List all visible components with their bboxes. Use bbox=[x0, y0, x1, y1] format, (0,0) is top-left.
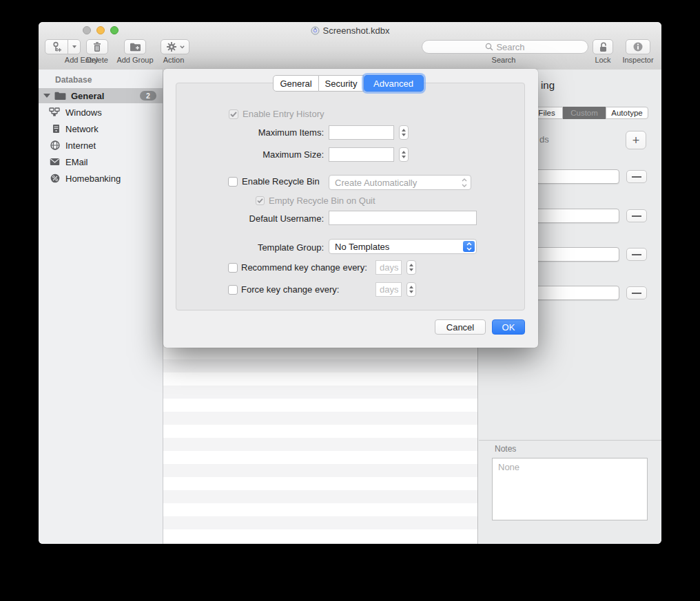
enable-entry-history-label: Enable Entry History bbox=[243, 109, 325, 119]
checkmark-icon bbox=[257, 198, 263, 203]
popup-chevrons-icon bbox=[463, 241, 475, 252]
popup-chevrons-icon bbox=[462, 176, 467, 189]
sidebar-item-internet[interactable]: Internet bbox=[39, 138, 163, 153]
plus-icon: + bbox=[632, 134, 640, 147]
checkmark-icon bbox=[230, 112, 237, 117]
template-group-popup[interactable]: No Templates bbox=[329, 239, 477, 254]
sidebar-item-label: EMail bbox=[65, 157, 88, 167]
tab-custom[interactable]: Custom bbox=[563, 107, 606, 119]
workgroup-icon bbox=[39, 107, 65, 117]
minus-icon bbox=[632, 176, 641, 178]
template-group-label: Template Group: bbox=[214, 242, 324, 253]
recommend-days-stepper[interactable] bbox=[406, 260, 416, 275]
enable-recycle-bin-label: Enable Recycle Bin bbox=[242, 176, 320, 187]
empty-recycle-bin-label: Empty Recycle Bin on Quit bbox=[269, 196, 375, 206]
tab-autotype[interactable]: Autotype bbox=[606, 107, 648, 119]
sidebar-item-email[interactable]: EMail bbox=[39, 154, 163, 169]
maximum-items-label: Maximum Items: bbox=[214, 127, 324, 138]
inspector-button[interactable] bbox=[626, 39, 650, 54]
percent-icon bbox=[39, 173, 65, 183]
delete-button[interactable] bbox=[86, 39, 108, 54]
recycle-bin-mode-popup[interactable]: Create Automatically bbox=[329, 175, 471, 190]
maximum-items-input[interactable] bbox=[329, 125, 394, 140]
lock-label: Lock bbox=[590, 56, 615, 64]
settings-tab-bar: General Security Advanced bbox=[273, 75, 424, 92]
force-key-change-checkbox[interactable] bbox=[228, 285, 238, 295]
recommend-key-change-checkbox[interactable] bbox=[228, 263, 238, 273]
globe-icon bbox=[39, 140, 65, 150]
add-group-label: Add Group bbox=[114, 56, 156, 64]
tab-general[interactable]: General bbox=[273, 75, 319, 92]
sidebar-item-label: General bbox=[71, 91, 104, 101]
remove-field-button[interactable] bbox=[626, 286, 647, 299]
add-field-button[interactable]: + bbox=[626, 131, 646, 149]
folder-icon bbox=[54, 92, 66, 101]
sidebar-item-homebanking[interactable]: Homebanking bbox=[39, 171, 163, 186]
disclosure-triangle-icon[interactable] bbox=[43, 94, 50, 98]
recommend-key-change-label: Recommend key change every: bbox=[241, 262, 367, 273]
custom-fields-label-fragment: ds bbox=[539, 134, 549, 145]
inspector-title-fragment: ing bbox=[541, 79, 555, 91]
search-placeholder: Search bbox=[496, 42, 524, 52]
lock-button[interactable] bbox=[593, 39, 613, 54]
search-input[interactable]: Search bbox=[422, 40, 588, 54]
delete-label: Delete bbox=[82, 56, 112, 64]
recommend-days-input[interactable]: days bbox=[375, 260, 402, 275]
enable-recycle-bin-checkbox[interactable] bbox=[228, 177, 238, 187]
cancel-button[interactable]: Cancel bbox=[435, 319, 486, 335]
add-group-button[interactable] bbox=[124, 39, 146, 54]
tab-advanced[interactable]: Advanced bbox=[364, 75, 424, 92]
sidebar-header: Database bbox=[55, 75, 92, 85]
trash-icon bbox=[92, 41, 102, 52]
sidebar-item-label: Internet bbox=[65, 140, 96, 151]
add-entry-button[interactable] bbox=[45, 39, 81, 54]
info-icon bbox=[632, 41, 644, 52]
default-username-input[interactable] bbox=[329, 211, 477, 225]
empty-recycle-bin-checkbox[interactable] bbox=[256, 196, 265, 205]
ok-button[interactable]: OK bbox=[492, 319, 525, 335]
entry-count-badge: 2 bbox=[140, 91, 156, 101]
divider bbox=[479, 440, 661, 441]
enable-entry-history-checkbox[interactable] bbox=[229, 109, 238, 119]
tab-security[interactable]: Security bbox=[319, 75, 364, 92]
server-icon bbox=[39, 124, 65, 134]
group-sidebar: Database General 2 bbox=[39, 70, 163, 544]
chevron-down-icon bbox=[180, 45, 185, 49]
gear-icon bbox=[166, 41, 177, 52]
remove-field-button[interactable] bbox=[626, 248, 647, 261]
maximum-size-input[interactable] bbox=[329, 147, 394, 162]
maximum-items-stepper[interactable] bbox=[399, 125, 409, 140]
document-proxy-icon bbox=[311, 26, 320, 35]
action-button[interactable] bbox=[161, 39, 189, 54]
force-key-change-label: Force key change every: bbox=[241, 284, 339, 295]
envelope-icon bbox=[39, 158, 65, 166]
screenshot-stage: Screenshot.kdbx Ad bbox=[0, 0, 700, 601]
inspector-label: Inspector bbox=[617, 56, 659, 64]
sidebar-item-label: Network bbox=[65, 124, 99, 134]
search-icon bbox=[485, 43, 493, 51]
titlebar-toolbar: Screenshot.kdbx Ad bbox=[39, 22, 661, 70]
folder-plus-icon bbox=[130, 42, 141, 52]
minus-icon bbox=[632, 254, 641, 255]
notes-placeholder: None bbox=[498, 462, 519, 472]
key-plus-icon bbox=[45, 41, 68, 52]
remove-field-button[interactable] bbox=[626, 209, 647, 222]
action-label: Action bbox=[158, 56, 189, 64]
chevron-down-icon bbox=[72, 45, 76, 48]
force-days-input[interactable]: days bbox=[375, 282, 402, 297]
unlocked-padlock-icon bbox=[598, 41, 608, 52]
database-settings-dialog: General Security Advanced Enable Entry H… bbox=[163, 69, 538, 348]
sidebar-item-windows[interactable]: Windows bbox=[39, 105, 163, 120]
minus-icon bbox=[632, 215, 641, 217]
add-entry-dropdown[interactable] bbox=[68, 40, 80, 54]
sidebar-item-label: Homebanking bbox=[65, 173, 121, 184]
notes-label: Notes bbox=[495, 444, 516, 454]
remove-field-button[interactable] bbox=[626, 170, 647, 183]
force-days-stepper[interactable] bbox=[406, 282, 416, 297]
sidebar-item-general[interactable]: General 2 bbox=[39, 88, 163, 103]
window-title: Screenshot.kdbx bbox=[39, 25, 661, 36]
default-username-label: Default Username: bbox=[214, 213, 324, 224]
sidebar-item-network[interactable]: Network bbox=[39, 121, 163, 136]
notes-textarea[interactable]: None bbox=[492, 458, 648, 520]
maximum-size-stepper[interactable] bbox=[399, 147, 409, 162]
